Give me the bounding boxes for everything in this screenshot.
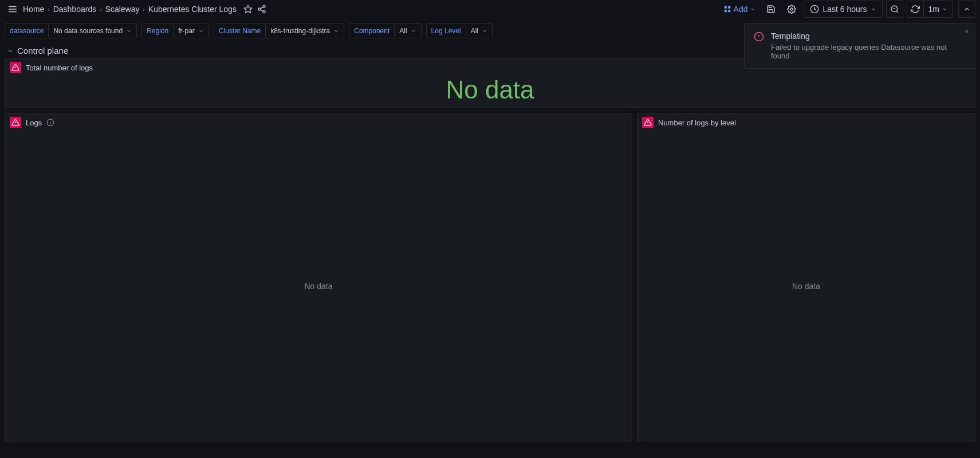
chevron-down-icon (7, 48, 14, 54)
var-region-label: Region (141, 23, 173, 38)
panel-title: Logs (26, 119, 42, 127)
refresh-interval-label: 1m (928, 5, 939, 14)
warning-badge[interactable] (10, 62, 21, 73)
breadcrumb-home[interactable]: Home (23, 5, 44, 14)
clock-icon (810, 5, 819, 14)
breadcrumb: Home › Dashboards › Scaleway › Kubernete… (23, 5, 237, 14)
var-component-label: Component (349, 23, 394, 38)
alert-circle-icon (754, 31, 764, 42)
svg-line-8 (261, 7, 263, 9)
chevron-down-icon (126, 28, 132, 34)
panel-empty: No data (5, 132, 632, 441)
zoom-out-button[interactable] (886, 1, 903, 18)
svg-point-4 (263, 5, 265, 7)
save-icon (766, 5, 776, 14)
svg-line-7 (261, 10, 263, 11)
alert-triangle-icon (11, 119, 19, 127)
chevron-right-icon: › (143, 6, 144, 13)
time-label: Last 6 hours (822, 5, 867, 14)
panel-add-icon (723, 5, 731, 13)
close-icon (963, 28, 970, 35)
share-icon (257, 5, 266, 14)
star-icon (243, 5, 253, 14)
breadcrumb-current: Kubernetes Cluster Logs (148, 5, 237, 14)
panel-title: Total number of logs (26, 64, 93, 72)
add-button[interactable]: Add (720, 5, 759, 14)
toast-title: Templating (771, 31, 966, 41)
collapse-button[interactable] (958, 1, 975, 18)
refresh-button[interactable] (907, 1, 924, 18)
panel-title: Number of logs by level (658, 119, 736, 127)
chevron-right-icon: › (48, 6, 49, 13)
breadcrumb-scaleway[interactable]: Scaleway (105, 5, 140, 14)
chevron-down-icon (942, 6, 947, 12)
share-button[interactable] (257, 5, 266, 14)
breadcrumb-dashboards[interactable]: Dashboards (53, 5, 97, 14)
warning-badge[interactable] (10, 117, 21, 128)
chevron-down-icon (482, 28, 487, 34)
refresh-icon (911, 5, 920, 14)
toast-close[interactable] (963, 28, 970, 35)
svg-line-16 (896, 11, 898, 13)
toast-error: Templating Failed to upgrade legacy quer… (744, 23, 975, 69)
star-button[interactable] (243, 5, 253, 14)
var-cluster-label: Cluster Name (214, 23, 265, 38)
panel-logs: Logs No data (5, 113, 632, 441)
chevron-down-icon (198, 28, 204, 34)
chevron-up-icon (963, 5, 971, 13)
gear-icon (787, 5, 796, 14)
time-picker[interactable]: Last 6 hours (804, 1, 882, 18)
var-loglevel-value[interactable]: All (466, 23, 493, 38)
alert-triangle-icon (644, 119, 652, 127)
chevron-down-icon (411, 28, 416, 34)
svg-marker-3 (244, 5, 251, 13)
alert-triangle-icon (11, 64, 19, 72)
panel-logs-by-level: Number of logs by level No data (637, 113, 975, 441)
svg-point-6 (263, 11, 265, 13)
var-component-value[interactable]: All (394, 23, 421, 38)
panels-area: Total number of logs No data Logs No dat… (0, 58, 980, 446)
chevron-right-icon: › (100, 6, 101, 13)
svg-rect-9 (724, 6, 726, 9)
svg-point-13 (790, 8, 793, 10)
hamburger-menu[interactable] (5, 1, 21, 17)
menu-icon (7, 4, 18, 14)
svg-point-5 (258, 8, 261, 10)
save-button[interactable] (762, 1, 780, 18)
toast-message: Failed to upgrade legacy queries Datasou… (771, 43, 966, 60)
var-datasource-label: datasource (5, 23, 48, 38)
info-icon[interactable] (46, 119, 54, 127)
var-region-value[interactable]: fr-par (173, 23, 209, 38)
svg-rect-10 (728, 6, 730, 9)
settings-button[interactable] (783, 1, 800, 18)
panel-empty: No data (637, 132, 975, 441)
chevron-down-icon (871, 6, 876, 12)
section-title: Control plane (17, 46, 68, 56)
topbar: Home › Dashboards › Scaleway › Kubernete… (0, 0, 980, 18)
chevron-down-icon (333, 28, 339, 34)
var-cluster-value[interactable]: k8s-trusting-dijkstra (265, 23, 344, 38)
warning-badge[interactable] (642, 117, 654, 128)
svg-rect-11 (724, 10, 726, 12)
svg-rect-12 (728, 10, 730, 12)
add-label: Add (734, 5, 748, 14)
zoom-out-icon (890, 5, 899, 14)
var-datasource-value[interactable]: No data sources found (48, 23, 137, 38)
var-loglevel-label: Log Level (426, 23, 466, 38)
chevron-down-icon (750, 6, 755, 12)
refresh-interval[interactable]: 1m (924, 1, 953, 18)
panel-value: No data (5, 77, 975, 108)
